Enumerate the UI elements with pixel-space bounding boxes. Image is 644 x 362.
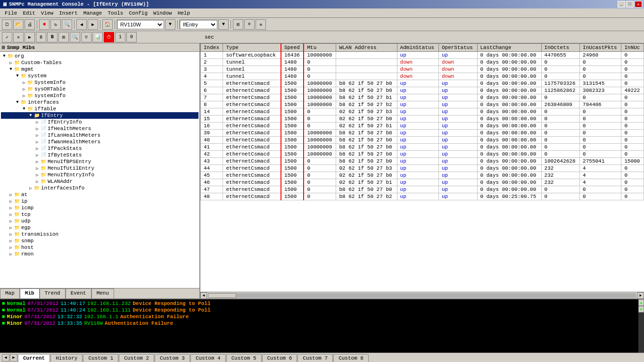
expander-menuifbpsentry[interactable]: ▷ xyxy=(34,159,41,165)
scroll-track[interactable] xyxy=(208,293,636,298)
tree-node-systeminfo2[interactable]: ▷ 📁 systemInfo xyxy=(1,92,198,99)
expander-interfaces[interactable]: ▼ xyxy=(14,100,21,105)
menu-file[interactable]: File xyxy=(2,9,20,17)
expander-menuifutilentry[interactable]: ▷ xyxy=(34,166,41,171)
tab-custom5[interactable]: Custom 5 xyxy=(226,354,262,362)
expander-ifentry[interactable]: ▼ xyxy=(27,113,34,118)
tree-node-custom-tables[interactable]: ▷ 📁 Custom-Tables xyxy=(1,59,198,66)
tb-device-btn[interactable]: ▼ xyxy=(165,19,175,30)
tb-new[interactable]: 🗋 xyxy=(2,19,12,30)
tb-home[interactable]: 🏠 xyxy=(102,19,113,30)
tree-node-iftable[interactable]: ▼ 📁 ifTable xyxy=(1,106,198,112)
table-row[interactable]: 16 ethernetCsmacd 1500 0 02 62 1f 50 27 … xyxy=(201,123,644,130)
expander-rmon[interactable]: ▷ xyxy=(8,252,14,257)
tb-chart[interactable]: 📊 xyxy=(92,32,103,42)
device-combo[interactable]: RV110W xyxy=(117,20,164,29)
tree-node-ifwanhealthmeters[interactable]: ▷ 📄 IfWanHealthMeters xyxy=(1,139,198,145)
expander-ifwanhealthmeters[interactable]: ▷ xyxy=(34,140,41,145)
tb-timer[interactable]: ⏱ xyxy=(104,32,114,42)
expander-host[interactable]: ▷ xyxy=(8,245,14,250)
tb-check[interactable]: ✓ xyxy=(2,32,12,42)
tb-pause[interactable]: ⏸ xyxy=(36,32,46,42)
expander-snmp[interactable]: ▷ xyxy=(8,239,14,244)
table-combo[interactable]: IfEntry xyxy=(180,20,217,29)
tab-custom4[interactable]: Custom 4 xyxy=(190,354,226,362)
tb-filter[interactable]: ▽ xyxy=(81,32,91,42)
tree-node-udp[interactable]: ▷ 📁 udp xyxy=(1,218,198,224)
table-row[interactable]: 7 ethernetCsmacd 1500 10000000 b8 62 1f … xyxy=(201,94,644,101)
tb-table-btn[interactable]: ▼ xyxy=(218,19,229,30)
tb-num1[interactable]: 1 xyxy=(115,32,125,42)
tree-node-org[interactable]: ▼ 📁 org xyxy=(1,53,198,59)
tb-back[interactable]: ◀ xyxy=(76,19,87,30)
table-row[interactable]: 3 tunnel 1480 0 down down 0 days 00:00:0… xyxy=(201,66,644,73)
tree-node-interfaces[interactable]: ▼ 📁 interfaces xyxy=(1,99,198,106)
tab-nav-right[interactable]: ▶ xyxy=(10,354,17,362)
tree-node-menuifentryinfo[interactable]: ▷ 📁 MenuIfEntryInfo xyxy=(1,172,198,178)
expander-mgmt[interactable]: ▼ xyxy=(8,67,14,72)
tree-node-mgmt[interactable]: ▼ 📁 mgmt xyxy=(1,66,198,73)
tb-num0[interactable]: 0 xyxy=(126,32,137,42)
tab-custom1[interactable]: Custom 1 xyxy=(83,354,118,362)
expander-ifpackstats[interactable]: ▷ xyxy=(34,146,41,151)
menu-config[interactable]: Config xyxy=(126,9,150,17)
tree-node-tcp[interactable]: ▷ 📁 tcp xyxy=(1,211,198,218)
table-row[interactable]: 47 ethernetCsmacd 1500 0 b8 62 1f 50 27 … xyxy=(201,186,644,193)
horizontal-scrollbar[interactable]: ◀ ▶ xyxy=(200,292,644,298)
tree-node-icmp[interactable]: ▷ 📁 icmp xyxy=(1,205,198,211)
table-row[interactable]: 4 tunnel 1460 0 down down 0 days 00:00:0… xyxy=(201,73,644,80)
menu-view[interactable]: View xyxy=(38,9,56,17)
menu-tools[interactable]: Tools xyxy=(105,9,126,17)
expander-ifbytestats[interactable]: ▷ xyxy=(34,153,41,158)
expander-ifhealthmeters[interactable]: ▷ xyxy=(34,126,41,132)
menu-window[interactable]: Window xyxy=(150,9,175,17)
tree-node-transmission[interactable]: ▷ 📁 transmission xyxy=(1,231,198,238)
tab-map[interactable]: Map xyxy=(0,288,20,298)
table-row[interactable]: 39 ethernetCsmacd 1500 10000000 b8 62 1f… xyxy=(201,130,644,137)
table-row[interactable]: 43 ethernetCsmacd 1500 0 b8 62 1f 50 27 … xyxy=(201,158,644,165)
expander-menuifentryinfo[interactable]: ▷ xyxy=(34,173,41,178)
table-row[interactable]: 15 ethernetCsmacd 1500 0 02 62 1f 50 27 … xyxy=(201,115,644,123)
expander-systeminfo[interactable]: ▷ xyxy=(21,80,27,85)
expander-system[interactable]: ▼ xyxy=(14,74,21,78)
scroll-left-btn[interactable]: ◀ xyxy=(200,292,207,299)
tree-node-systeminfo[interactable]: ▷ 📁 SystemInfo xyxy=(1,79,198,86)
tb-print[interactable]: 🖨 xyxy=(25,19,35,30)
tree-node-system[interactable]: ▼ 📁 system xyxy=(1,73,198,79)
log-scroll-up[interactable]: ▲ xyxy=(638,299,644,306)
tree-node-ip[interactable]: ▷ 📁 ip xyxy=(1,198,198,205)
tb-list[interactable]: ≡ xyxy=(244,19,255,30)
tab-custom7[interactable]: Custom 7 xyxy=(297,354,333,362)
menu-manage[interactable]: Manage xyxy=(81,9,105,17)
tab-custom3[interactable]: Custom 3 xyxy=(155,354,190,362)
expander-egp[interactable]: ▷ xyxy=(8,225,14,230)
table-row[interactable]: 44 ethernetCsmacd 1500 0 02 62 1f 50 27 … xyxy=(201,165,644,172)
expander-at[interactable]: ▷ xyxy=(8,192,14,197)
expander-ip[interactable]: ▷ xyxy=(8,199,14,204)
table-scroll[interactable]: Index Type Speed Mtu WLAN Address AdminS… xyxy=(200,43,644,292)
tb-grid[interactable]: ⊞ xyxy=(233,19,243,30)
tab-trend[interactable]: Trend xyxy=(40,288,66,298)
tab-custom2[interactable]: Custom 2 xyxy=(119,354,154,362)
close-button[interactable]: ✕ xyxy=(635,1,642,8)
table-row[interactable]: 45 ethernetCsmacd 1500 0 02 62 1f 50 27 … xyxy=(201,172,644,179)
expander-systeminfo2[interactable]: ▷ xyxy=(21,93,27,99)
tree-node-sysor[interactable]: ▷ 📁 sysORTable xyxy=(1,86,198,92)
tree-node-at[interactable]: ▷ 📁 at xyxy=(1,191,198,198)
tb-find[interactable]: 🔍 xyxy=(70,32,80,42)
tree-node-host[interactable]: ▷ 📁 host xyxy=(1,244,198,251)
titlebar-controls[interactable]: _ □ ✕ xyxy=(618,1,642,8)
expander-udp[interactable]: ▷ xyxy=(8,219,14,224)
expander-iftable[interactable]: ▼ xyxy=(21,107,27,111)
tb-fwd[interactable]: ▶ xyxy=(88,19,98,30)
expander-ifentryinfo[interactable]: ▷ xyxy=(34,120,41,125)
table-row[interactable]: 1 softwareLoopback 16436 10000000 up up … xyxy=(201,52,644,59)
table-row[interactable]: 6 ethernetCsmacd 1500 10000000 b8 62 1f … xyxy=(201,87,644,94)
tree-node-iflanhealthmeters[interactable]: ▷ 📄 IfLanHealthMeters xyxy=(1,132,198,139)
tree-node-egp[interactable]: ▷ 📁 egp xyxy=(1,224,198,231)
tb-open[interactable]: 📂 xyxy=(13,19,24,30)
tree-node-ifhealthmeters[interactable]: ▷ 📄 IfHealthMeters xyxy=(1,125,198,132)
menu-help[interactable]: Help xyxy=(175,9,193,17)
table-row[interactable]: 40 ethernetCsmacd 1500 10000000 b8 62 1f… xyxy=(201,137,644,144)
menu-edit[interactable]: Edit xyxy=(20,9,38,17)
